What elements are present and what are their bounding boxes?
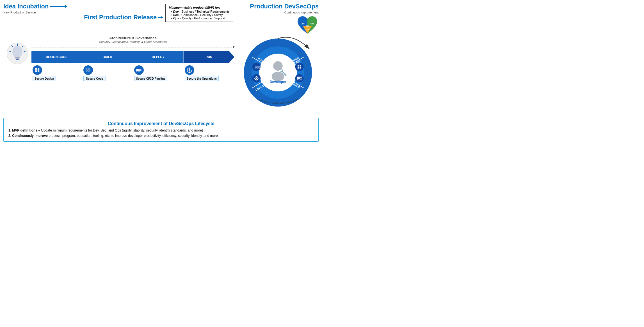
heart-container: Dev Sec Ops [250,15,319,35]
dashed-arrow-icon [233,45,235,48]
pipeline-area: Architecture & Governance Security, Comp… [31,36,234,92]
bottom-item-1-text: Update minimum requirements for Dev, Sec… [40,128,203,132]
cicd-label: Secure CI/CD Pipeline [134,76,167,81]
svg-text:101010: 101010 [255,68,261,70]
mvp-list: Dev - Business / Technical Requirements … [169,10,230,20]
ops-label: Secure the Operations [185,76,219,81]
svg-rect-16 [35,70,37,72]
mvp-item-sec: Sec - Compliance / Security / Safety [171,13,230,17]
devsecops-heart-icon: Dev Sec Ops [296,15,319,35]
fp-arrow-icon [158,17,163,18]
bottom-item-2-bold: Continuously improve [12,134,48,138]
svg-marker-24 [140,69,141,71]
svg-rect-39 [298,67,299,69]
svg-text:Ops: Ops [305,29,309,31]
bottom-items: 1. MVP definitions – Update minimum requ… [8,128,314,139]
svg-point-5 [12,46,22,58]
circular-diagram: DESIGN/ CODE BUILD DEPLOY RUN [240,36,319,116]
icon-item-ops: Secure the Operations [184,65,234,81]
mvp-title-text: Minimum viable product (MVP) for: [169,6,220,9]
icons-row: Secure Design 010101 101010 010101 Secur… [31,65,234,81]
svg-text:🔧: 🔧 [280,69,287,76]
bottom-item-2-text: process, program, education, tooling, et… [48,134,218,138]
arch-governance: Architecture & Governance Security, Comp… [31,36,234,43]
arch-governance-title: Architecture & Governance [31,36,234,40]
code-icon-circle: 010101 101010 010101 [83,65,93,75]
bottom-item-2-label: 2. [8,134,12,138]
svg-point-44 [298,79,299,80]
mvp-title: Minimum viable product (MVP) for: [169,6,230,9]
first-production-block: First Production Release Minimum viable … [67,3,250,23]
svg-rect-15 [38,68,39,70]
pipeline-segment-build: BUILD [82,51,133,63]
idea-subtitle: New Product or Service [3,11,67,14]
design-label: Secure Design [33,76,56,81]
bottom-item-1-bold: MVP definitions – [12,128,40,132]
svg-text:010101: 010101 [86,71,91,72]
production-devsecops-title: Production DevSecOps [250,3,319,10]
mvp-item-ops: Ops - Quality / Performance / Support [171,17,230,20]
design-icon-circle [33,65,42,75]
idea-incubation-block: Idea Incubation New Product or Service [3,3,67,14]
svg-point-26 [140,71,141,72]
svg-point-0 [306,25,309,27]
svg-text:Sec: Sec [310,23,314,25]
middle-section: Architecture & Governance Security, Comp… [3,36,319,116]
first-production-text: First Production Release [84,14,157,21]
svg-rect-8 [16,59,19,60]
icon-item-cicd: Secure CI/CD Pipeline [133,65,184,81]
pipeline-segment-deploy: DEPLOY [133,51,184,63]
svg-point-25 [137,71,138,72]
svg-rect-6 [15,57,20,59]
main-container: Idea Incubation New Product or Service F… [0,0,322,164]
svg-rect-42 [297,77,300,79]
ops-icon-circle [185,65,194,75]
mvp-item-dev: Dev - Business / Technical Requirements [171,10,230,13]
devsecops-ring-icon: DESIGN/ CODE BUILD DEPLOY RUN [240,36,316,114]
lightbulb-container [3,42,31,67]
svg-rect-17 [38,70,39,72]
dashed-line-container [31,44,234,50]
svg-point-48 [256,77,257,79]
pipeline-segment-design: DESIGN/CODE [31,51,82,63]
svg-text:Dev: Dev [301,23,304,25]
svg-rect-14 [35,68,37,70]
first-production-title: First Production Release [84,14,164,21]
svg-point-45 [300,79,302,80]
svg-text:Developer: Developer [270,80,286,84]
lightbulb-icon [5,42,30,67]
svg-rect-40 [300,67,301,69]
icon-item-design: Secure Design [31,65,82,81]
bottom-item-2: 2. Continuously improve process, program… [8,133,314,139]
production-subtitle: Continuous improvement [250,11,319,14]
cicd-icon-circle [134,65,144,75]
idea-incubation-text: Idea Incubation [3,3,49,10]
production-devsecops-block: Production DevSecOps Continuous improvem… [250,3,319,35]
arch-governance-subtitle: Security, Compliance, Identity, & Other … [31,40,234,43]
svg-marker-43 [300,77,302,79]
mvp-box: Minimum viable product (MVP) for: Dev - … [165,4,233,22]
svg-rect-38 [300,65,301,67]
bottom-item-1: 1. MVP definitions – Update minimum requ… [8,128,314,133]
code-label: Secure Code [83,76,106,81]
svg-point-27 [189,69,191,71]
svg-rect-7 [15,59,19,59]
arrow-right-icon [50,6,67,7]
bottom-item-1-label: 1. [8,128,12,132]
svg-rect-23 [136,69,140,72]
svg-rect-37 [298,65,299,67]
pipeline-segment-run: RUN [184,51,234,63]
idea-incubation-title: Idea Incubation [3,3,67,10]
top-section: Idea Incubation New Product or Service F… [3,3,319,35]
dashed-line [31,47,234,47]
svg-point-36 [295,63,304,71]
bracket-section: Continuous Improvement of DevSecOps Life… [3,118,319,142]
icon-item-code: 010101 101010 010101 Secure Code [82,65,133,81]
pipeline-bar: DESIGN/CODE BUILD DEPLOY RUN [31,51,234,63]
bottom-title: Continuous Improvement of DevSecOps Life… [8,121,314,126]
